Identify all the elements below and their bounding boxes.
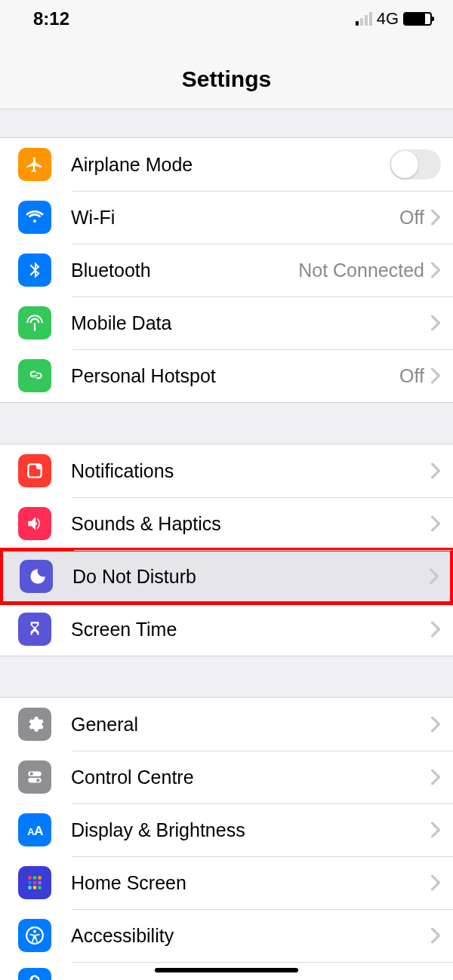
row-label: Control Centre (71, 766, 430, 788)
svg-rect-14 (28, 886, 31, 889)
row-airplane-mode[interactable]: Airplane Mode (0, 138, 453, 191)
airplane-icon (18, 148, 51, 181)
status-right: 4G (356, 9, 432, 29)
chevron-right-icon (430, 367, 441, 384)
cellular-signal-icon (356, 12, 372, 26)
home-indicator[interactable] (155, 968, 298, 972)
row-value: Off (399, 207, 424, 229)
status-bar: 8:12 4G (0, 0, 453, 38)
chevron-right-icon (430, 515, 441, 532)
gear-icon (18, 708, 51, 741)
svg-text:A: A (34, 823, 44, 838)
row-personal-hotspot[interactable]: Personal Hotspot Off (0, 349, 453, 402)
row-label: Notifications (71, 460, 430, 482)
wallpaper-icon (18, 968, 51, 980)
accessibility-icon (18, 919, 51, 952)
section-connectivity: Airplane Mode Wi-Fi Off Bluetooth Not Co… (0, 138, 453, 402)
row-do-not-disturb[interactable]: Do Not Disturb (2, 550, 451, 603)
chevron-right-icon (430, 209, 441, 226)
grid-icon (18, 866, 51, 899)
row-wifi[interactable]: Wi-Fi Off (0, 191, 453, 244)
row-general[interactable]: General (0, 698, 453, 751)
row-label: Home Screen (71, 872, 430, 894)
chevron-right-icon (430, 716, 441, 733)
antenna-icon (18, 306, 51, 339)
svg-rect-13 (38, 881, 41, 884)
row-label: Display & Brightness (71, 819, 430, 841)
svg-rect-8 (28, 876, 31, 879)
switches-icon (18, 760, 51, 794)
row-label: Do Not Disturb (72, 566, 429, 588)
notifications-icon (18, 454, 51, 487)
svg-point-20 (32, 978, 33, 979)
row-value: Not Connected (298, 260, 424, 281)
row-bluetooth[interactable]: Bluetooth Not Connected (0, 244, 453, 296)
row-label: Mobile Data (71, 312, 430, 334)
page-title: Settings (0, 66, 453, 92)
row-value: Off (399, 365, 424, 387)
airplane-toggle[interactable] (390, 149, 441, 180)
hourglass-icon (18, 613, 51, 646)
section-gap (0, 656, 453, 698)
network-type: 4G (377, 9, 399, 29)
svg-point-3 (30, 773, 33, 776)
text-size-icon: AA (18, 813, 51, 846)
row-sounds-haptics[interactable]: Sounds & Haptics (0, 497, 453, 550)
row-label: Sounds & Haptics (71, 513, 430, 535)
row-display-brightness[interactable]: AA Display & Brightness (0, 803, 453, 856)
section-general: General Control Centre AA Display & Brig… (0, 698, 453, 980)
row-control-centre[interactable]: Control Centre (0, 751, 453, 803)
row-label: General (71, 714, 430, 736)
chevron-right-icon (430, 315, 441, 331)
svg-rect-12 (33, 881, 36, 884)
moon-icon (20, 560, 53, 593)
wifi-icon (18, 201, 51, 234)
row-mobile-data[interactable]: Mobile Data (0, 296, 453, 349)
chevron-right-icon (430, 927, 441, 944)
svg-point-5 (36, 779, 39, 782)
section-gap (0, 402, 453, 444)
section-alerts: Notifications Sounds & Haptics Do Not Di… (0, 444, 453, 656)
row-label: Bluetooth (71, 260, 298, 281)
chevron-right-icon (430, 621, 441, 637)
svg-rect-11 (28, 881, 31, 884)
row-label: Accessibility (71, 925, 430, 947)
header: Settings (0, 38, 453, 109)
svg-rect-16 (38, 886, 41, 889)
row-label: Personal Hotspot (71, 365, 399, 387)
svg-point-1 (36, 464, 42, 469)
bluetooth-icon (18, 253, 51, 287)
row-label: Wi-Fi (71, 207, 399, 229)
svg-rect-10 (38, 876, 41, 879)
svg-rect-15 (33, 886, 36, 889)
row-label: Screen Time (71, 619, 430, 641)
row-accessibility[interactable]: Accessibility (0, 909, 453, 962)
battery-icon (403, 12, 432, 26)
svg-point-21 (35, 977, 37, 978)
chevron-right-icon (430, 874, 441, 891)
chevron-right-icon (430, 462, 441, 479)
svg-point-18 (33, 930, 36, 933)
chevron-right-icon (430, 262, 441, 278)
chevron-right-icon (429, 568, 439, 585)
speaker-icon (18, 507, 51, 540)
chevron-right-icon (430, 769, 441, 785)
row-notifications[interactable]: Notifications (0, 444, 453, 497)
row-label: Airplane Mode (71, 154, 390, 176)
status-time: 8:12 (33, 8, 69, 29)
row-screen-time[interactable]: Screen Time (0, 603, 453, 656)
svg-rect-9 (33, 876, 36, 879)
link-icon (18, 359, 51, 392)
section-gap (0, 109, 453, 138)
chevron-right-icon (430, 822, 441, 838)
row-home-screen[interactable]: Home Screen (0, 856, 453, 909)
